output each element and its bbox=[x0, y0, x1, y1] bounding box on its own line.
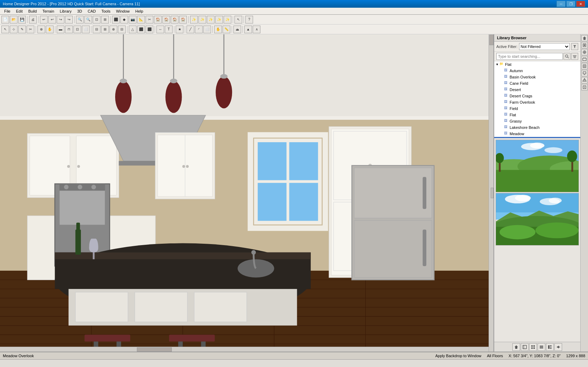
pointer-tool-button[interactable]: ↖ bbox=[234, 16, 242, 23]
list-item[interactable]: 🖼 Cane Field bbox=[494, 80, 580, 86]
menu-help[interactable]: Help bbox=[133, 8, 146, 14]
roof-tool[interactable]: △ bbox=[129, 26, 136, 33]
box-tool[interactable]: ⬜ bbox=[203, 26, 211, 33]
menu-cad[interactable]: CAD bbox=[85, 8, 98, 14]
street-view-button[interactable]: 🏠 bbox=[179, 16, 187, 23]
menu-window[interactable]: Window bbox=[113, 8, 132, 14]
list-item[interactable]: 🖼 Desert Crags bbox=[494, 93, 580, 99]
render5-button[interactable]: ✨ bbox=[224, 16, 231, 23]
perspective-button[interactable]: 🏠 bbox=[162, 16, 170, 23]
furniture-tool[interactable]: ⊟ bbox=[118, 26, 126, 33]
terrain-tool[interactable]: ⛰ bbox=[233, 26, 241, 33]
right-icon-6[interactable] bbox=[581, 70, 588, 76]
right-icon-7[interactable] bbox=[581, 77, 588, 83]
menu-library[interactable]: Library bbox=[57, 8, 75, 14]
text-tool[interactable]: T bbox=[165, 26, 173, 33]
right-icon-1[interactable] bbox=[581, 35, 588, 41]
tree-folder-flat[interactable]: ▼ 📁 Flat bbox=[494, 61, 580, 68]
floor-tool[interactable]: ⬛ bbox=[137, 26, 145, 33]
measure-tool[interactable]: 📏 bbox=[223, 26, 230, 33]
camera-button[interactable]: 📷 bbox=[129, 16, 136, 23]
door-tool[interactable]: ⊓ bbox=[65, 26, 73, 33]
new-button[interactable]: 📄 bbox=[1, 16, 9, 23]
help-button[interactable]: ? bbox=[245, 16, 253, 23]
restore-button[interactable]: ❐ bbox=[566, 1, 575, 7]
list-item[interactable]: 🖼 Field bbox=[494, 105, 580, 112]
list-item[interactable]: 🖼 Meadow bbox=[494, 131, 580, 137]
minimize-button[interactable]: ─ bbox=[556, 1, 566, 7]
right-icon-2[interactable] bbox=[581, 42, 588, 48]
list-item[interactable]: 🖼 Lakeshore Beach bbox=[494, 124, 580, 131]
menu-tools[interactable]: Tools bbox=[99, 8, 113, 14]
lib-home-button[interactable] bbox=[512, 343, 520, 351]
render3-button[interactable]: ✨ bbox=[207, 16, 215, 23]
fixture-tool[interactable]: ⊕ bbox=[110, 26, 117, 33]
lib-send-button[interactable] bbox=[554, 343, 562, 351]
list-item[interactable]: 🖼 Desert bbox=[494, 86, 580, 93]
lib-grid-view-button[interactable] bbox=[529, 343, 537, 351]
render-button[interactable]: ✨ bbox=[190, 16, 198, 23]
3d-view-button[interactable]: ◆ bbox=[120, 16, 128, 23]
arc-tool[interactable]: ◜ bbox=[195, 26, 203, 33]
viewport-resize-handle[interactable] bbox=[491, 188, 493, 198]
library-tree[interactable]: ▼ 📁 Flat 🖼 Autumn 🖼 Basin Overlook � bbox=[494, 61, 580, 138]
cabinet-tool[interactable]: ⊞ bbox=[101, 26, 109, 33]
lib-detail-view-button[interactable] bbox=[546, 343, 554, 351]
search-input[interactable] bbox=[496, 53, 563, 60]
doll-view-button[interactable]: 🏠 bbox=[154, 16, 162, 23]
menu-build[interactable]: Build bbox=[26, 8, 40, 14]
list-item[interactable]: 🖼 Basin Overlook bbox=[494, 74, 580, 80]
print-button[interactable]: 🖨 bbox=[29, 16, 37, 23]
list-item[interactable]: 🖼 Flat bbox=[494, 112, 580, 118]
close-button[interactable]: ✕ bbox=[576, 1, 585, 7]
zoom-tool[interactable]: ⊕ bbox=[37, 26, 45, 33]
delete-tool[interactable]: ✂ bbox=[27, 26, 34, 33]
redo2-button[interactable]: ↪ bbox=[65, 16, 73, 23]
viewport-hscrollbar[interactable] bbox=[0, 347, 489, 352]
redo-button[interactable]: ↪ bbox=[57, 16, 64, 23]
filter-select[interactable]: Not Filtered Favorites Custom bbox=[519, 43, 570, 50]
menu-edit[interactable]: Edit bbox=[13, 8, 26, 14]
list-item[interactable]: 🖼 Farm Overlook bbox=[494, 99, 580, 105]
plan-view-button[interactable]: ⬛ bbox=[112, 16, 120, 23]
edit-tool[interactable]: ✎ bbox=[18, 26, 26, 33]
viewport[interactable] bbox=[0, 34, 493, 352]
wall-tool[interactable]: ▬ bbox=[57, 26, 64, 33]
zoom-in-button[interactable]: 🔍 bbox=[76, 16, 84, 23]
stair-tool[interactable]: ⊟ bbox=[93, 26, 100, 33]
section-button[interactable]: ✂ bbox=[146, 16, 153, 23]
zoom-extent-button[interactable]: ⊞ bbox=[101, 16, 109, 23]
zoom-fit-button[interactable]: ⊡ bbox=[93, 16, 100, 23]
menu-file[interactable]: File bbox=[1, 8, 13, 14]
select-tool[interactable]: ↖ bbox=[1, 26, 9, 33]
bird-view-button[interactable]: 🏠 bbox=[171, 16, 178, 23]
filter-options-button[interactable] bbox=[571, 43, 578, 50]
viewport-scroll-thumb[interactable] bbox=[489, 35, 493, 45]
render2-button[interactable]: ✨ bbox=[198, 16, 206, 23]
viewport-hscroll-thumb[interactable] bbox=[137, 347, 172, 352]
zoom-out-button[interactable]: 🔍 bbox=[84, 16, 92, 23]
list-item[interactable]: 🖼 Autumn bbox=[494, 68, 580, 74]
ceiling-tool[interactable]: ⬛ bbox=[146, 26, 153, 33]
menu-3d[interactable]: 3D bbox=[74, 8, 85, 14]
symbol-tool[interactable]: ★ bbox=[176, 26, 183, 33]
lib-list-view-button[interactable] bbox=[538, 343, 545, 351]
search-button[interactable] bbox=[564, 53, 570, 60]
undo-button[interactable]: ↩ bbox=[40, 16, 48, 23]
save-button[interactable]: 💾 bbox=[18, 16, 26, 23]
right-icon-5[interactable] bbox=[581, 63, 588, 69]
open-button[interactable]: 📂 bbox=[10, 16, 18, 23]
right-icon-8[interactable] bbox=[581, 84, 588, 90]
pan-tool[interactable]: ✋ bbox=[46, 26, 54, 33]
select-objects-tool[interactable]: ⊹ bbox=[10, 26, 18, 33]
list-item[interactable]: 🖼 Grassy bbox=[494, 118, 580, 124]
window-tool[interactable]: ⊡ bbox=[74, 26, 81, 33]
line-tool[interactable]: ╱ bbox=[187, 26, 194, 33]
hand-tool[interactable]: ✋ bbox=[214, 26, 222, 33]
search-options-button[interactable] bbox=[571, 53, 578, 60]
render4-button[interactable]: ✨ bbox=[215, 16, 223, 23]
arrow-tool[interactable]: ▲ bbox=[244, 26, 252, 33]
preview-image-2[interactable] bbox=[496, 193, 579, 245]
caret-tool[interactable]: ∧ bbox=[253, 26, 260, 33]
right-icon-4[interactable] bbox=[581, 56, 588, 62]
